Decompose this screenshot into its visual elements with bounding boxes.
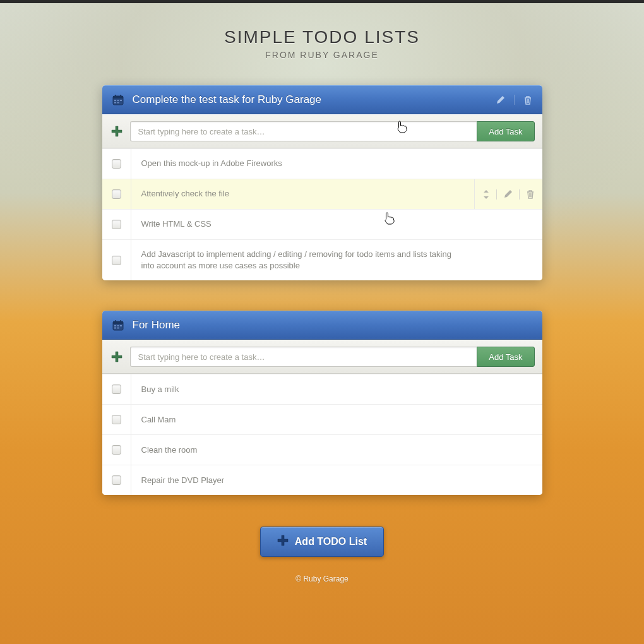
task-text: Buy a milk xyxy=(131,375,474,404)
plus-icon xyxy=(110,350,124,364)
task-checkbox-cell xyxy=(102,210,131,239)
task-text: Open this mock-up in Adobe Fireworks xyxy=(131,149,474,178)
task-row: Clean the room xyxy=(102,434,542,465)
list-header: For Home xyxy=(102,311,542,340)
page-title: SIMPLE TODO LISTS xyxy=(0,27,644,47)
add-todo-list-label: Add TODO List xyxy=(295,536,367,547)
calendar-icon xyxy=(112,93,125,106)
task-row: Call Mam xyxy=(102,404,542,434)
task-checkbox[interactable] xyxy=(112,256,121,265)
task-row: Buy a milk xyxy=(102,374,542,404)
task-row: Add Javascript to implement adding / edi… xyxy=(102,239,542,280)
svg-rect-16 xyxy=(114,328,116,329)
svg-rect-10 xyxy=(113,321,123,324)
edit-task-button[interactable] xyxy=(503,189,513,199)
task-checkbox-cell xyxy=(102,149,131,179)
task-checkbox[interactable] xyxy=(112,445,121,455)
todo-list: For HomeAdd TaskBuy a milkCall MamClean … xyxy=(102,311,542,495)
svg-rect-6 xyxy=(120,100,122,101)
task-text: Attentively check the file xyxy=(131,179,474,208)
svg-rect-12 xyxy=(120,320,121,323)
task-checkbox[interactable] xyxy=(112,159,121,169)
task-checkbox[interactable] xyxy=(112,189,121,199)
delete-list-button[interactable] xyxy=(523,95,532,105)
edit-list-button[interactable] xyxy=(496,95,505,105)
list-header: Complete the test task for Ruby Garage xyxy=(102,85,542,114)
svg-rect-13 xyxy=(114,325,116,326)
task-row: Open this mock-up in Adobe Fireworks xyxy=(102,148,542,179)
reorder-task-button[interactable] xyxy=(482,190,490,199)
svg-rect-14 xyxy=(117,325,119,326)
task-list: Open this mock-up in Adobe FireworksAtte… xyxy=(102,148,542,280)
task-actions xyxy=(474,179,542,209)
svg-rect-8 xyxy=(117,102,119,104)
svg-rect-2 xyxy=(115,95,116,97)
add-todo-list-button[interactable]: Add TODO List xyxy=(260,527,384,557)
task-row: Repair the DVD Player xyxy=(102,465,542,495)
page-subtitle: FROM RUBY GARAGE xyxy=(0,50,644,60)
footer-copyright: © Ruby Garage xyxy=(0,575,644,583)
delete-task-button[interactable] xyxy=(526,189,535,199)
task-text: Write HTML & CSS xyxy=(131,210,474,239)
list-title: For Home xyxy=(133,319,496,331)
todo-list: Complete the test task for Ruby GarageAd… xyxy=(102,85,542,280)
list-header-actions xyxy=(496,95,532,105)
task-checkbox-cell xyxy=(102,405,131,434)
svg-rect-4 xyxy=(114,100,116,101)
task-text: Call Mam xyxy=(131,405,474,434)
task-text: Repair the DVD Player xyxy=(131,466,474,495)
plus-icon xyxy=(277,535,289,549)
task-text: Clean the room xyxy=(131,436,474,465)
page-header: SIMPLE TODO LISTS FROM RUBY GARAGE xyxy=(0,3,644,60)
svg-rect-1 xyxy=(113,96,123,98)
task-checkbox[interactable] xyxy=(112,415,121,424)
task-checkbox[interactable] xyxy=(112,385,121,394)
task-checkbox[interactable] xyxy=(112,220,121,229)
task-checkbox-cell xyxy=(102,179,131,209)
svg-rect-3 xyxy=(120,95,121,97)
task-checkbox-cell xyxy=(102,240,131,280)
add-task-button[interactable]: Add Task xyxy=(477,121,534,141)
list-title: Complete the test task for Ruby Garage xyxy=(133,93,496,106)
plus-icon xyxy=(110,124,124,138)
svg-rect-17 xyxy=(117,328,119,329)
task-row: Attentively check the file xyxy=(102,179,542,209)
calendar-icon xyxy=(112,319,125,331)
task-checkbox-cell xyxy=(102,435,131,465)
add-task-button[interactable]: Add Task xyxy=(477,347,534,367)
task-checkbox-cell xyxy=(102,374,131,404)
task-checkbox[interactable] xyxy=(112,475,121,485)
add-task-row: Add Task xyxy=(102,340,542,374)
svg-rect-7 xyxy=(114,102,116,104)
svg-rect-15 xyxy=(120,325,122,326)
svg-rect-5 xyxy=(117,100,119,101)
svg-rect-11 xyxy=(115,320,116,323)
task-checkbox-cell xyxy=(102,465,131,495)
task-list: Buy a milkCall MamClean the roomRepair t… xyxy=(102,374,542,495)
task-row: Write HTML & CSS xyxy=(102,209,542,239)
new-task-input[interactable] xyxy=(130,121,477,141)
add-task-row: Add Task xyxy=(102,114,542,148)
task-text: Add Javascript to implement adding / edi… xyxy=(131,240,474,280)
new-task-input[interactable] xyxy=(130,347,477,367)
